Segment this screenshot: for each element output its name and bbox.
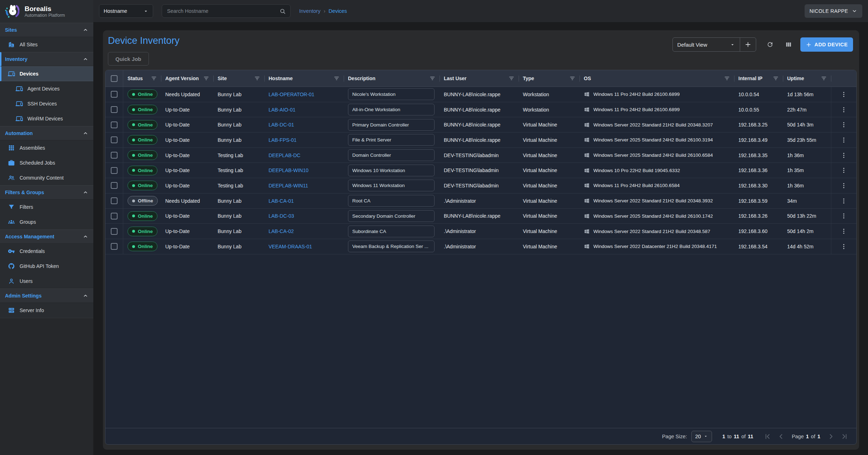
description-field[interactable]: Primary Domain Controller (348, 119, 435, 131)
description-field[interactable]: Root CA (348, 195, 435, 207)
refresh-button[interactable] (763, 37, 777, 52)
row-checkbox[interactable] (111, 182, 118, 189)
sidebar-item-github-api-token[interactable]: GitHub API Token (0, 259, 93, 274)
sidebar-item-devices[interactable]: Devices (0, 66, 93, 81)
sidebar-item-agent-devices[interactable]: Agent Devices (0, 81, 93, 96)
prev-page-button[interactable] (777, 433, 785, 440)
hostname-link[interactable]: VEEAM-DRAAS-01 (269, 244, 312, 249)
filter-list-icon[interactable] (821, 75, 827, 82)
page-size-select[interactable]: 20 (691, 431, 712, 442)
sidebar-section-access-management[interactable]: Access Management (0, 229, 93, 244)
row-checkbox[interactable] (111, 106, 118, 113)
row-actions-kebab-icon[interactable] (840, 91, 847, 98)
search-field-select[interactable]: Hostname (99, 4, 153, 18)
row-actions-kebab-icon[interactable] (840, 228, 847, 235)
column-header-status[interactable]: Status (123, 70, 161, 87)
next-page-button[interactable] (827, 433, 835, 440)
view-select[interactable]: Default View (673, 38, 740, 51)
row-actions-kebab-icon[interactable] (840, 106, 847, 113)
row-actions-kebab-icon[interactable] (840, 243, 847, 250)
filter-list-icon[interactable] (203, 75, 209, 82)
sidebar-item-community-content[interactable]: Community Content (0, 170, 93, 185)
row-checkbox[interactable] (111, 228, 118, 235)
last-page-button[interactable] (841, 433, 848, 440)
column-header-type[interactable]: Type (519, 70, 579, 87)
hostname-link[interactable]: LAB-DC-01 (269, 122, 294, 128)
column-header-description[interactable]: Description (344, 70, 440, 87)
description-field[interactable]: Veeam Backup & Replication Ser ... (348, 241, 435, 252)
filter-list-icon[interactable] (508, 75, 515, 82)
column-header-agent-version[interactable]: Agent Version (161, 70, 213, 87)
row-checkbox[interactable] (111, 152, 118, 159)
sidebar-section-admin-settings[interactable]: Admin Settings (0, 289, 93, 303)
hostname-link[interactable]: LAB-CA-01 (269, 198, 294, 204)
sidebar-section-filters-groups[interactable]: Filters & Groups (0, 185, 93, 200)
description-field[interactable]: Subordinate CA (348, 226, 435, 237)
sidebar-item-users[interactable]: Users (0, 274, 93, 289)
breadcrumb-devices[interactable]: Devices (329, 8, 347, 14)
row-checkbox[interactable] (111, 213, 118, 219)
filter-list-icon[interactable] (569, 75, 576, 82)
column-header-uptime[interactable]: Uptime (783, 70, 831, 87)
sidebar-section-automation[interactable]: Automation (0, 126, 93, 140)
filter-list-icon[interactable] (773, 75, 779, 82)
column-header-hostname[interactable]: Hostname (264, 70, 344, 87)
hostname-link[interactable]: DEEPLAB-WIN11 (269, 183, 308, 188)
sidebar-item-credentials[interactable]: Credentials (0, 244, 93, 259)
column-header-last-user[interactable]: Last User (440, 70, 519, 87)
add-device-button[interactable]: ADD DEVICE (800, 37, 853, 52)
row-checkbox[interactable] (111, 197, 118, 204)
description-field[interactable]: All-in-One Workstation (348, 104, 435, 115)
row-checkbox[interactable] (111, 121, 118, 128)
sidebar-item-assemblies[interactable]: Assemblies (0, 140, 93, 155)
hostname-link[interactable]: LAB-FPS-01 (269, 137, 297, 143)
sidebar-item-filters[interactable]: Filters (0, 200, 93, 214)
row-actions-kebab-icon[interactable] (840, 136, 847, 144)
sidebar-item-scheduled-jobs[interactable]: Scheduled Jobs (0, 155, 93, 170)
row-actions-kebab-icon[interactable] (840, 167, 847, 174)
row-actions-kebab-icon[interactable] (840, 197, 847, 205)
description-field[interactable]: File & Print Server (348, 134, 435, 146)
row-checkbox[interactable] (111, 167, 118, 174)
hostname-link[interactable]: LAB-AIO-01 (269, 107, 295, 113)
hostname-link[interactable]: LAB-CA-02 (269, 228, 294, 234)
row-actions-kebab-icon[interactable] (840, 212, 847, 219)
sidebar-item-server-info[interactable]: Server Info (0, 303, 93, 318)
description-field[interactable]: Windows 11 Workstation (348, 180, 435, 191)
hostname-link[interactable]: DEEPLAB-DC (269, 152, 300, 158)
row-actions-kebab-icon[interactable] (840, 121, 847, 128)
hostname-link[interactable]: LAB-OPERATOR-01 (269, 92, 315, 97)
filter-list-icon[interactable] (151, 75, 157, 82)
columns-button[interactable] (782, 37, 795, 52)
filter-list-icon[interactable] (429, 75, 436, 82)
column-header-internal-ip[interactable]: Internal IP (734, 70, 783, 87)
breadcrumb-inventory[interactable]: Inventory (299, 8, 321, 14)
add-view-button[interactable] (740, 38, 756, 51)
filter-list-icon[interactable] (333, 75, 340, 82)
description-field[interactable]: Secondary Domain Controller (348, 210, 435, 222)
sidebar-item-all-sites[interactable]: All Sites (0, 37, 93, 52)
row-checkbox[interactable] (111, 136, 118, 143)
first-page-button[interactable] (764, 433, 771, 440)
sidebar-item-groups[interactable]: Groups (0, 214, 93, 229)
quick-job-button[interactable]: Quick Job (108, 52, 149, 66)
description-field[interactable]: Windows 10 Workstation (348, 165, 435, 176)
column-header-os[interactable]: OS (579, 70, 734, 87)
row-checkbox[interactable] (111, 91, 118, 98)
sidebar-section-inventory[interactable]: Inventory (0, 52, 93, 66)
hostname-link[interactable]: DEEPLAB-WIN10 (269, 167, 308, 173)
select-all-checkbox[interactable] (111, 75, 118, 82)
filter-list-icon[interactable] (724, 75, 730, 82)
description-field[interactable]: Nicole's Workstation (348, 88, 435, 100)
description-field[interactable]: Domain Controller (348, 149, 435, 161)
hostname-link[interactable]: LAB-DC-03 (269, 213, 294, 219)
column-header-site[interactable]: Site (213, 70, 264, 87)
search-input[interactable] (166, 8, 276, 14)
sidebar-item-ssh-devices[interactable]: SSH Devices (0, 96, 93, 111)
row-actions-kebab-icon[interactable] (840, 182, 847, 189)
sidebar-item-winrm-devices[interactable]: WinRM Devices (0, 111, 93, 126)
filter-list-icon[interactable] (254, 75, 260, 82)
row-checkbox[interactable] (111, 243, 118, 250)
user-menu-button[interactable]: NICOLE RAPPE (805, 4, 862, 18)
sidebar-section-sites[interactable]: Sites (0, 23, 93, 37)
